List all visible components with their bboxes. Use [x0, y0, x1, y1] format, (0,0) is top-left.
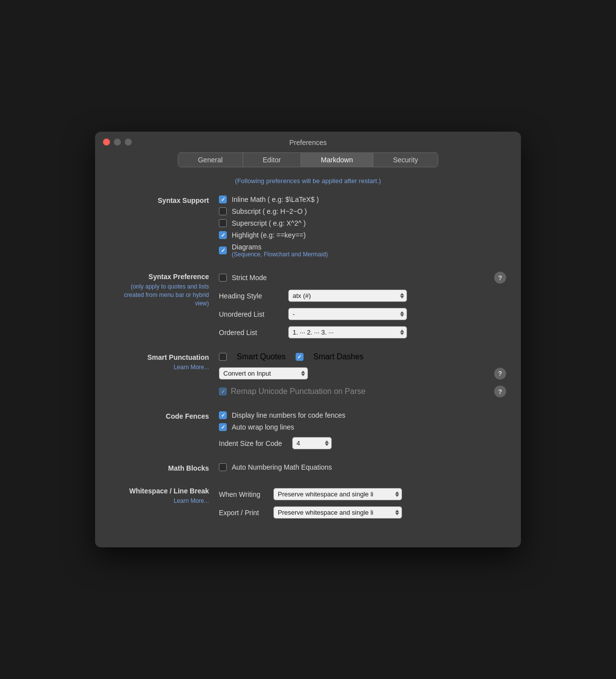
- whitespace-section: Whitespace / Line Break Learn More... Wh…: [110, 486, 506, 519]
- diagrams-row: Diagrams (Sequence, Flowchart and Mermai…: [219, 243, 506, 258]
- unordered-list-row: Unordered List -: [219, 308, 506, 320]
- syntax-preference-controls: Strict Mode ? Heading Style atx (#): [219, 272, 506, 339]
- unordered-list-select[interactable]: -: [288, 308, 407, 320]
- highlight-row: Highlight (e.g: ==key==): [219, 231, 506, 239]
- heading-style-label: Heading Style: [219, 292, 283, 300]
- when-writing-select-wrapper: Preserve whitespace and single li: [273, 488, 402, 500]
- smart-punct-learn-more[interactable]: Learn More...: [110, 363, 209, 372]
- preferences-window: Preferences General Editor Markdown Secu…: [95, 132, 521, 547]
- math-blocks-label: Math Blocks: [110, 463, 219, 472]
- ordered-list-select[interactable]: 1. ··· 2. ··· 3. ···: [288, 326, 407, 339]
- superscript-row: Superscript ( e.g: X^2^ ): [219, 219, 506, 227]
- remap-row: Remap Unicode Punctuation on Parse ?: [219, 386, 506, 397]
- convert-select-wrapper: Convert on Input: [219, 367, 308, 380]
- smart-punctuation-controls: Smart Quotes Smart Dashes Convert on Inp…: [219, 352, 506, 397]
- smart-dashes-checkbox[interactable]: [296, 353, 304, 361]
- remap-help-button[interactable]: ?: [494, 386, 506, 397]
- smart-dashes-label: Smart Dashes: [313, 352, 363, 361]
- auto-wrap-row: Auto wrap long lines: [219, 423, 506, 431]
- tab-markdown[interactable]: Markdown: [301, 153, 373, 167]
- minimize-button[interactable]: [114, 139, 121, 146]
- heading-style-select-wrapper: atx (#): [288, 290, 407, 302]
- code-fences-label: Code Fences: [110, 411, 219, 420]
- whitespace-controls: When Writing Preserve whitespace and sin…: [219, 486, 506, 519]
- when-writing-select[interactable]: Preserve whitespace and single li: [273, 488, 402, 500]
- math-blocks-section: Math Blocks Auto Numbering Math Equation…: [110, 463, 506, 472]
- subscript-row: Subscript ( e.g: H~2~O ): [219, 207, 506, 215]
- auto-numbering-label: Auto Numbering Math Equations: [232, 463, 332, 471]
- strict-mode-help-button[interactable]: ?: [494, 272, 506, 284]
- highlight-label: Highlight (e.g: ==key==): [232, 231, 306, 239]
- subscript-checkbox[interactable]: [219, 207, 227, 215]
- highlight-checkbox[interactable]: [219, 231, 227, 239]
- smart-quotes-label: Smart Quotes: [237, 352, 286, 361]
- tab-security[interactable]: Security: [373, 153, 438, 167]
- when-writing-label: When Writing: [219, 490, 268, 498]
- tab-bar: General Editor Markdown Security: [178, 152, 439, 167]
- diagrams-label: Diagrams: [232, 243, 328, 251]
- diagrams-label-group: Diagrams (Sequence, Flowchart and Mermai…: [232, 243, 328, 258]
- indent-size-label: Indent Size for Code: [219, 439, 282, 447]
- tab-editor[interactable]: Editor: [243, 153, 302, 167]
- heading-style-row: Heading Style atx (#): [219, 290, 506, 302]
- restart-notice: (Following preferences will be applied a…: [110, 177, 506, 185]
- smart-punct-checkboxes-row: Smart Quotes Smart Dashes: [219, 352, 506, 361]
- diagrams-checkbox[interactable]: [219, 246, 227, 254]
- diagrams-sub-label: (Sequence, Flowchart and Mermaid): [232, 251, 328, 258]
- syntax-support-controls: Inline Math ( e.g: $\LaTeX$ ) Subscript …: [219, 195, 506, 258]
- convert-help-button[interactable]: ?: [494, 368, 506, 380]
- when-writing-row: When Writing Preserve whitespace and sin…: [219, 488, 506, 500]
- smart-quotes-checkbox[interactable]: [219, 353, 227, 361]
- tab-general[interactable]: General: [178, 153, 243, 167]
- remap-checkbox[interactable]: [219, 388, 227, 395]
- syntax-support-label: Syntax Support: [110, 195, 219, 204]
- strict-mode-checkbox-row: Strict Mode: [219, 274, 494, 282]
- syntax-support-section: Syntax Support Inline Math ( e.g: $\LaTe…: [110, 195, 506, 258]
- unordered-list-label: Unordered List: [219, 310, 283, 318]
- inline-math-row: Inline Math ( e.g: $\LaTeX$ ): [219, 195, 506, 203]
- strict-mode-label: Strict Mode: [232, 274, 267, 282]
- superscript-label: Superscript ( e.g: X^2^ ): [232, 219, 306, 227]
- auto-wrap-checkbox[interactable]: [219, 423, 227, 431]
- smart-punctuation-label: Smart Punctuation Learn More...: [110, 352, 219, 372]
- code-fences-section: Code Fences Display line numbers for cod…: [110, 411, 506, 449]
- display-line-numbers-label: Display line numbers for code fences: [232, 411, 346, 419]
- export-print-label: Export / Print: [219, 509, 268, 517]
- display-line-numbers-row: Display line numbers for code fences: [219, 411, 506, 419]
- traffic-lights: [103, 139, 132, 146]
- ordered-list-select-wrapper: 1. ··· 2. ··· 3. ···: [288, 326, 407, 339]
- remap-label: Remap Unicode Punctuation on Parse: [231, 387, 365, 396]
- close-button[interactable]: [103, 139, 110, 146]
- ordered-list-label: Ordered List: [219, 329, 283, 337]
- heading-style-select[interactable]: atx (#): [288, 290, 407, 302]
- inline-math-checkbox[interactable]: [219, 195, 227, 203]
- syntax-preference-section: Syntax Preference (only apply to quotes …: [110, 272, 506, 339]
- convert-dropdown-row: Convert on Input ?: [219, 367, 506, 380]
- indent-size-row: Indent Size for Code 4: [219, 437, 506, 449]
- maximize-button[interactable]: [125, 139, 132, 146]
- whitespace-label: Whitespace / Line Break Learn More...: [110, 486, 219, 505]
- auto-numbering-checkbox[interactable]: [219, 463, 227, 471]
- code-fences-controls: Display line numbers for code fences Aut…: [219, 411, 506, 449]
- ordered-list-row: Ordered List 1. ··· 2. ··· 3. ···: [219, 326, 506, 339]
- inline-math-label: Inline Math ( e.g: $\LaTeX$ ): [232, 195, 319, 203]
- display-line-numbers-checkbox[interactable]: [219, 411, 227, 419]
- export-print-select[interactable]: Preserve whitespace and single li: [273, 506, 402, 519]
- syntax-preference-label: Syntax Preference (only apply to quotes …: [110, 272, 219, 307]
- smart-punctuation-section: Smart Punctuation Learn More... Smart Qu…: [110, 352, 506, 397]
- superscript-checkbox[interactable]: [219, 219, 227, 227]
- strict-mode-row: Strict Mode ?: [219, 272, 506, 284]
- subscript-label: Subscript ( e.g: H~2~O ): [232, 207, 307, 215]
- window-title: Preferences: [289, 139, 326, 146]
- export-print-select-wrapper: Preserve whitespace and single li: [273, 506, 402, 519]
- indent-size-select[interactable]: 4: [292, 437, 332, 449]
- math-blocks-controls: Auto Numbering Math Equations: [219, 463, 506, 471]
- unordered-list-select-wrapper: -: [288, 308, 407, 320]
- convert-select[interactable]: Convert on Input: [219, 367, 308, 380]
- auto-wrap-label: Auto wrap long lines: [232, 423, 294, 431]
- content-area: (Following preferences will be applied a…: [95, 167, 521, 547]
- titlebar: Preferences General Editor Markdown Secu…: [95, 132, 521, 167]
- auto-numbering-row: Auto Numbering Math Equations: [219, 463, 506, 471]
- whitespace-learn-more[interactable]: Learn More...: [110, 497, 209, 505]
- strict-mode-checkbox[interactable]: [219, 274, 227, 282]
